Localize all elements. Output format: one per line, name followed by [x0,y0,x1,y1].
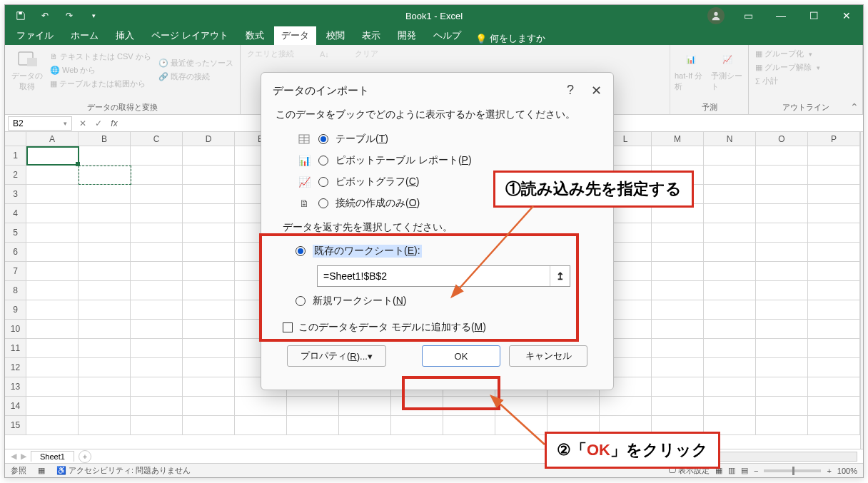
cell[interactable] [704,320,756,339]
dialog-close-icon[interactable]: ✕ [591,83,602,98]
cell[interactable] [131,166,183,185]
cell[interactable] [652,146,704,166]
cell[interactable] [235,416,287,435]
row-header[interactable]: 2 [5,166,26,185]
cell[interactable] [183,339,235,358]
horizontal-scrollbar[interactable] [715,452,857,462]
col-header[interactable]: A [26,132,79,146]
cell[interactable] [704,358,756,377]
name-box[interactable]: B2 ▾ [8,116,72,131]
zoom-out-button[interactable]: − [754,467,758,475]
cell[interactable] [756,262,808,281]
cell[interactable] [808,300,860,320]
radio-pivot-chart[interactable] [318,177,328,187]
vertical-scrollbar[interactable] [860,132,863,449]
cell[interactable] [704,262,756,281]
tab-review[interactable]: 校閲 [319,26,352,45]
cell[interactable] [704,377,756,397]
cell[interactable] [183,204,235,223]
cell[interactable] [547,397,600,416]
cell[interactable] [808,397,860,416]
cell[interactable] [652,377,704,397]
view-break-icon[interactable]: ▤ [741,466,748,475]
cell[interactable] [495,416,547,435]
cell[interactable] [704,166,756,185]
cell[interactable] [756,320,808,339]
cell[interactable] [756,358,808,377]
cell[interactable] [183,300,235,320]
insert-function-icon[interactable]: fx [106,118,122,128]
cell[interactable] [131,223,183,243]
tab-insert[interactable]: 挿入 [108,26,141,45]
cell[interactable] [756,223,808,243]
cell[interactable] [131,397,183,416]
tab-layout[interactable]: ページ レイアウト [144,26,236,45]
row-header[interactable]: 1 [5,146,26,166]
cell[interactable] [79,320,131,339]
cell[interactable] [183,166,235,185]
undo-icon[interactable]: ↶ [36,7,54,24]
tab-dev[interactable]: 開発 [390,26,423,45]
cell[interactable] [183,185,235,204]
zoom-slider[interactable] [764,469,821,472]
cell[interactable] [756,300,808,320]
cell[interactable] [79,397,131,416]
cell[interactable] [79,185,131,204]
cell[interactable] [756,397,808,416]
cell[interactable] [79,223,131,243]
cell[interactable] [183,416,235,435]
cell[interactable] [26,146,79,166]
cell[interactable] [339,397,391,416]
cell[interactable] [391,416,443,435]
cell[interactable] [79,243,131,262]
cell[interactable] [183,262,235,281]
cell[interactable] [26,262,79,281]
cell[interactable] [808,262,860,281]
cell[interactable] [79,146,131,166]
cell[interactable] [756,416,808,435]
cell[interactable] [652,281,704,300]
zoom-in-button[interactable]: + [827,467,831,475]
cell[interactable] [183,223,235,243]
row-header[interactable]: 13 [5,377,26,397]
cell[interactable] [287,416,339,435]
cell[interactable] [652,358,704,377]
cell[interactable] [131,185,183,204]
cell[interactable] [131,377,183,397]
cell[interactable] [808,358,860,377]
macro-record-icon[interactable]: ▦ [38,466,45,475]
row-header[interactable]: 11 [5,339,26,358]
option-pivot[interactable]: 📊 ピボットテーブル レポート(P) [276,150,599,171]
cell[interactable] [26,300,79,320]
ok-button[interactable]: OK [422,345,500,367]
sheet-nav-next-icon[interactable]: ▶ [21,452,26,461]
ribbon-options-icon[interactable]: ▭ [732,5,764,26]
tab-file[interactable]: ファイル [9,26,61,45]
cell[interactable] [183,320,235,339]
row-header[interactable]: 5 [5,223,26,243]
cell[interactable] [26,320,79,339]
cell[interactable] [79,204,131,223]
maximize-button[interactable]: ☐ [797,5,830,26]
cell[interactable] [131,320,183,339]
cell[interactable] [704,300,756,320]
collapse-ribbon-icon[interactable]: ⌃ [850,101,859,113]
cell[interactable] [79,300,131,320]
cell[interactable] [79,416,131,435]
cell[interactable] [131,146,183,166]
row-header[interactable]: 14 [5,397,26,416]
tab-help[interactable]: ヘルプ [426,26,468,45]
cell[interactable] [704,281,756,300]
tab-view[interactable]: 表示 [355,26,388,45]
minimize-button[interactable]: ― [764,5,797,26]
cell[interactable] [756,243,808,262]
cell[interactable] [808,281,860,300]
cell[interactable] [652,320,704,339]
col-header[interactable]: B [79,132,131,146]
cell[interactable] [183,243,235,262]
cell[interactable] [131,416,183,435]
cell[interactable] [26,204,79,223]
col-header[interactable]: D [183,132,235,146]
accessibility-status[interactable]: ♿ アクセシビリティ: 問題ありません [56,465,191,476]
save-icon[interactable] [12,7,29,24]
